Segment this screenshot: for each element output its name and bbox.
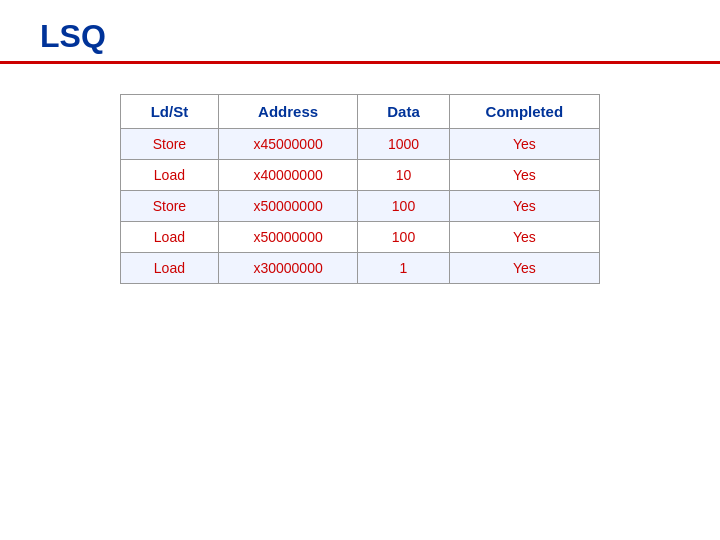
cell-ldst: Store — [121, 129, 219, 160]
page-title: LSQ — [0, 0, 720, 61]
cell-ldst: Load — [121, 222, 219, 253]
cell-address: x45000000 — [218, 129, 358, 160]
table-row: Storex50000000100Yes — [121, 191, 600, 222]
cell-data: 10 — [358, 160, 449, 191]
cell-completed: Yes — [449, 222, 599, 253]
table-row: Loadx4000000010Yes — [121, 160, 600, 191]
cell-address: x40000000 — [218, 160, 358, 191]
cell-data: 100 — [358, 222, 449, 253]
cell-ldst: Store — [121, 191, 219, 222]
table-row: Loadx300000001Yes — [121, 253, 600, 284]
col-header-ldst: Ld/St — [121, 95, 219, 129]
cell-address: x30000000 — [218, 253, 358, 284]
cell-completed: Yes — [449, 191, 599, 222]
table-row: Loadx50000000100Yes — [121, 222, 600, 253]
table-header-row: Ld/St Address Data Completed — [121, 95, 600, 129]
cell-data: 1000 — [358, 129, 449, 160]
cell-ldst: Load — [121, 160, 219, 191]
cell-ldst: Load — [121, 253, 219, 284]
cell-completed: Yes — [449, 129, 599, 160]
cell-data: 100 — [358, 191, 449, 222]
cell-completed: Yes — [449, 253, 599, 284]
table-row: Storex450000001000Yes — [121, 129, 600, 160]
cell-address: x50000000 — [218, 191, 358, 222]
col-header-data: Data — [358, 95, 449, 129]
col-header-completed: Completed — [449, 95, 599, 129]
title-underline — [0, 61, 720, 64]
col-header-address: Address — [218, 95, 358, 129]
cell-completed: Yes — [449, 160, 599, 191]
lsq-table: Ld/St Address Data Completed Storex45000… — [120, 94, 600, 284]
table-container: Ld/St Address Data Completed Storex45000… — [0, 94, 720, 284]
cell-address: x50000000 — [218, 222, 358, 253]
cell-data: 1 — [358, 253, 449, 284]
